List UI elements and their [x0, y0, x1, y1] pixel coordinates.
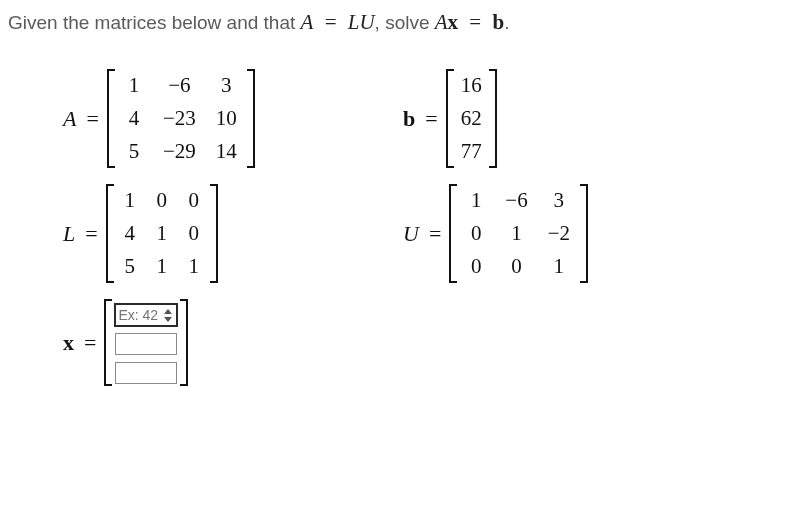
prompt-b: b	[492, 10, 504, 34]
matrix-x	[104, 299, 188, 386]
bracket-right	[210, 184, 218, 283]
eq-U: =	[423, 221, 449, 247]
eq-x: =	[78, 330, 104, 356]
eq-A: =	[80, 106, 106, 132]
bracket-left	[449, 184, 457, 283]
matrix-cell: 14	[206, 135, 247, 168]
stepper-icon[interactable]	[163, 306, 175, 324]
matrix-cell: 77	[454, 135, 489, 168]
label-A: A	[63, 106, 80, 132]
label-U: U	[403, 221, 423, 247]
matrix-cell: 1	[457, 184, 495, 217]
matrix-cell: 3	[206, 69, 247, 102]
matrix-cell: −29	[153, 135, 206, 168]
label-b: b	[403, 106, 419, 132]
bracket-right	[247, 69, 255, 168]
matrix-cell: 0	[178, 184, 210, 217]
prompt-pre: Given the matrices below and that	[8, 12, 301, 33]
matrix-cell: 1	[178, 250, 210, 283]
problem-prompt: Given the matrices below and that A = LU…	[8, 10, 781, 35]
matrix-cell: −6	[495, 184, 537, 217]
bracket-left	[104, 299, 112, 386]
matrix-cell: 16	[454, 69, 489, 102]
label-L: L	[63, 221, 79, 247]
matrix-A: 1−63 4−2310 5−2914	[107, 69, 255, 168]
prompt-A: A	[301, 10, 314, 34]
prompt-eq1: =	[313, 10, 347, 34]
matrix-cell: 3	[538, 184, 580, 217]
eq-L: =	[79, 221, 105, 247]
bracket-right	[180, 299, 188, 386]
matrix-U: 1−63 01−2 001	[449, 184, 588, 283]
matrix-cell: 1	[114, 184, 146, 217]
bracket-right	[580, 184, 588, 283]
matrix-cell: −2	[538, 217, 580, 250]
matrix-cell: 1	[146, 217, 178, 250]
matrix-cell: 4	[114, 217, 146, 250]
matrix-b: 16 62 77	[446, 69, 497, 168]
matrix-cell: 0	[146, 184, 178, 217]
svg-marker-0	[164, 309, 172, 314]
x-input-1[interactable]	[115, 333, 177, 355]
matrix-cell: 1	[115, 69, 153, 102]
eq-b: =	[419, 106, 445, 132]
prompt-mid: , solve	[375, 12, 435, 33]
matrix-cell: 1	[146, 250, 178, 283]
bracket-left	[106, 184, 114, 283]
bracket-left	[107, 69, 115, 168]
matrix-cell: 10	[206, 102, 247, 135]
matrix-cell: 0	[457, 217, 495, 250]
svg-marker-1	[164, 317, 172, 322]
matrix-cell: −6	[153, 69, 206, 102]
prompt-Ax-A: A	[435, 10, 448, 34]
prompt-eq2: =	[458, 10, 492, 34]
bracket-right	[489, 69, 497, 168]
matrix-cell: 0	[495, 250, 537, 283]
x-input-2[interactable]	[115, 362, 177, 384]
label-x: x	[63, 330, 78, 356]
prompt-Ax-x: x	[448, 10, 459, 34]
matrix-cell: 0	[457, 250, 495, 283]
matrix-cell: 5	[115, 135, 153, 168]
matrix-L: 100 410 511	[106, 184, 218, 283]
matrix-cell: 5	[114, 250, 146, 283]
prompt-post: .	[504, 12, 509, 33]
matrix-cell: 4	[115, 102, 153, 135]
matrix-cell: −23	[153, 102, 206, 135]
bracket-left	[446, 69, 454, 168]
matrix-cell: 1	[495, 217, 537, 250]
matrix-cell: 1	[538, 250, 580, 283]
prompt-LU: LU	[348, 10, 375, 34]
matrix-cell: 62	[454, 102, 489, 135]
matrix-cell: 0	[178, 217, 210, 250]
